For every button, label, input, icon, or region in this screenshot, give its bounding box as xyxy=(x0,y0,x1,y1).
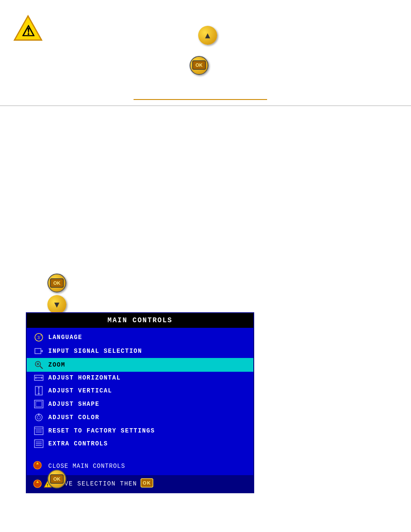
svg-marker-21 xyxy=(37,387,40,388)
osd-item-adjust-vertical[interactable]: ADJUST VERTICAL xyxy=(27,384,253,398)
adjust-shape-icon xyxy=(33,400,45,408)
osd-item-language[interactable]: 3 ? LANGUAGE xyxy=(27,330,253,344)
svg-text:OK: OK xyxy=(196,62,203,68)
svg-rect-24 xyxy=(36,401,42,407)
adjust-horizontal-label: ADJUST HORIZONTAL xyxy=(48,374,121,381)
close-main-controls-label: CLOSE MAIN CONTROLS xyxy=(48,463,125,470)
zoom-label: ZOOM xyxy=(48,361,65,368)
svg-line-12 xyxy=(40,366,43,369)
reset-factory-icon xyxy=(33,426,45,435)
ok-button-top[interactable]: OK xyxy=(190,56,209,75)
adjust-color-icon xyxy=(33,413,45,422)
down-arrow-icon: ▼ xyxy=(53,300,61,310)
osd-item-adjust-horizontal[interactable]: ADJUST HORIZONTAL xyxy=(27,372,253,384)
osd-item-reset-factory[interactable]: RESET TO FACTORY SETTINGS xyxy=(27,424,253,437)
input-signal-label: INPUT SIGNAL SELECTION xyxy=(48,348,142,355)
footer-ok-icon: OK xyxy=(140,478,153,489)
adjust-horizontal-icon xyxy=(33,374,45,382)
svg-text:OK: OK xyxy=(53,280,61,286)
osd-item-adjust-shape[interactable]: ADJUST SHAPE xyxy=(27,398,253,411)
osd-item-adjust-color[interactable]: ADJUST COLOR xyxy=(27,411,253,424)
extra-controls-icon xyxy=(33,439,45,448)
svg-rect-9 xyxy=(35,348,41,354)
adjust-color-label: ADJUST COLOR xyxy=(48,414,100,421)
svg-rect-28 xyxy=(34,427,43,435)
top-section: ⚠ ▲ OK xyxy=(0,0,411,134)
svg-marker-18 xyxy=(41,376,43,379)
osd-menu: MAIN CONTROLS 3 ? LANGUAGE xyxy=(26,312,254,493)
osd-item-input-signal[interactable]: INPUT SIGNAL SELECTION xyxy=(27,344,253,358)
orange-underline xyxy=(134,99,267,100)
up-arrow-button[interactable]: ▲ xyxy=(198,26,217,45)
ok-button-bottom[interactable]: OK xyxy=(47,470,66,488)
osd-item-zoom[interactable]: ZOOM xyxy=(27,358,253,372)
osd-spacer xyxy=(27,453,253,457)
svg-marker-17 xyxy=(35,376,36,379)
svg-point-27 xyxy=(38,414,40,415)
adjust-vertical-label: ADJUST VERTICAL xyxy=(48,387,112,394)
up-arrow-icon: ▲ xyxy=(203,31,212,40)
svg-text:?: ? xyxy=(40,334,43,338)
language-label: LANGUAGE xyxy=(48,334,82,341)
adjust-shape-label: ADJUST SHAPE xyxy=(48,401,100,408)
language-icon: 3 ? xyxy=(33,333,45,342)
svg-point-26 xyxy=(37,416,40,419)
down-arrow-button[interactable]: ▼ xyxy=(47,295,66,314)
zoom-icon xyxy=(33,360,45,370)
svg-marker-22 xyxy=(37,393,40,395)
ok-label-top: OK xyxy=(192,60,206,71)
svg-text:OK: OK xyxy=(53,476,61,482)
svg-text:⚠: ⚠ xyxy=(22,23,35,39)
osd-title: MAIN CONTROLS xyxy=(27,313,253,328)
warning-icon: ⚠ xyxy=(13,13,43,43)
close-icon xyxy=(33,460,45,472)
ok-button-mid[interactable]: OK xyxy=(47,274,66,292)
middle-section: OK ▼ MAIN CONTROLS 3 ? LANGUAG xyxy=(0,239,411,334)
osd-item-extra-controls[interactable]: EXTRA CONTROLS xyxy=(27,437,253,450)
adjust-vertical-icon xyxy=(33,386,45,395)
input-signal-icon xyxy=(33,346,45,356)
svg-text:OK: OK xyxy=(143,480,151,485)
footer-instruction-label: MOVE SELECTION THEN xyxy=(56,480,137,487)
extra-controls-label: EXTRA CONTROLS xyxy=(48,440,108,447)
reset-factory-label: RESET TO FACTORY SETTINGS xyxy=(48,427,155,434)
osd-items-list: 3 ? LANGUAGE INPUT SIGNAL SELECTION xyxy=(27,328,253,453)
horizontal-divider xyxy=(0,106,411,106)
